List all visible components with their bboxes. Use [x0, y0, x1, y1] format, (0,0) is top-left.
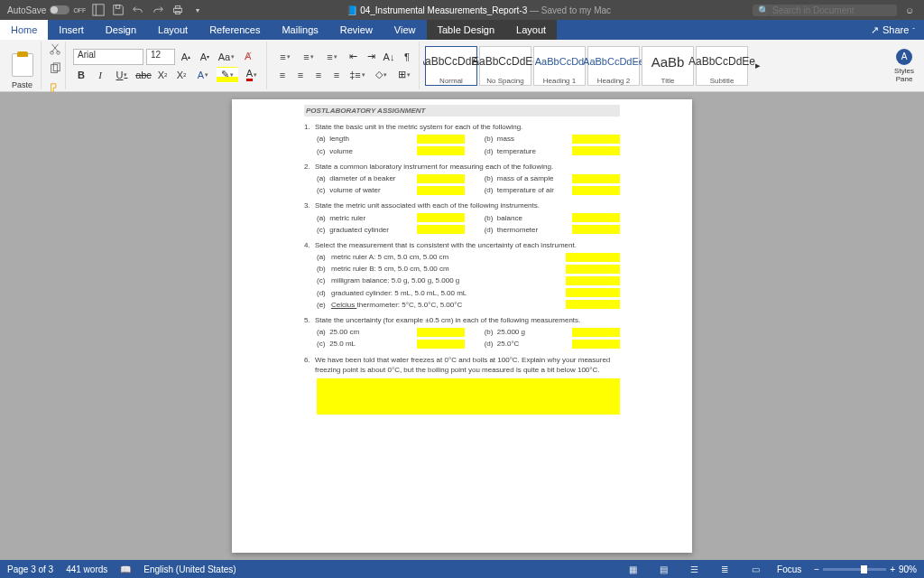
autosave-toggle[interactable]: AutoSave OFF [7, 5, 86, 15]
draft-icon[interactable]: ▭ [746, 563, 764, 575]
print-icon[interactable] [171, 3, 185, 17]
language-indicator[interactable]: English (United States) [143, 564, 236, 574]
cut-icon[interactable] [49, 42, 61, 57]
undo-icon[interactable] [131, 3, 145, 17]
tab-table-design[interactable]: Table Design [427, 20, 506, 40]
zoom-out-icon[interactable]: − [814, 564, 819, 574]
underline-button[interactable]: U [111, 67, 133, 83]
superscript-button[interactable]: X2 [173, 67, 189, 83]
numbering-button[interactable]: ≡ [298, 49, 319, 65]
save-icon[interactable] [111, 3, 125, 17]
spellcheck-icon[interactable]: 📖 [120, 564, 131, 574]
svg-rect-0 [93, 5, 104, 15]
qat-more-icon[interactable]: ▾ [190, 3, 205, 17]
focus-button[interactable]: Focus [777, 564, 801, 574]
tab-table-layout[interactable]: Layout [505, 20, 557, 40]
highlight-blank [417, 146, 465, 155]
align-left-button[interactable]: ≡ [274, 67, 291, 83]
redo-icon[interactable] [151, 3, 165, 17]
style-heading1[interactable]: AaBbCcDdHeading 1 [533, 46, 586, 86]
search-icon: 🔍 [758, 5, 769, 15]
ribbon: Paste Arial 12 A▴ A▾ Aa A̸ B I U abc X2 … [0, 40, 924, 92]
strike-button[interactable]: abc [135, 67, 152, 83]
show-marks-button[interactable]: ¶ [399, 49, 415, 65]
sort-button[interactable]: A↓ [381, 49, 397, 65]
zoom-control[interactable]: − + 90% [814, 564, 917, 574]
tab-references[interactable]: References [199, 20, 271, 40]
bold-button[interactable]: B [73, 67, 89, 83]
copy-icon[interactable] [49, 62, 61, 77]
styles-pane-button[interactable]: A Styles Pane [888, 42, 920, 89]
align-right-button[interactable]: ≡ [310, 67, 327, 83]
font-color-button[interactable]: A [241, 67, 263, 83]
tab-home[interactable]: Home [0, 20, 48, 40]
style-no-spacing[interactable]: AaBbCcDdEeNo Spacing [479, 46, 531, 86]
share-button[interactable]: ↗Share ˇ [862, 24, 924, 36]
page-indicator[interactable]: Page 3 of 3 [7, 564, 53, 574]
multilevel-button[interactable]: ≡ [321, 49, 343, 65]
change-case-button[interactable]: Aa [216, 49, 237, 65]
question-1: 1.State the basic unit in the metric sys… [304, 122, 620, 156]
justify-button[interactable]: ≡ [328, 67, 345, 83]
shrink-font-button[interactable]: A▾ [197, 49, 213, 65]
svg-rect-4 [176, 6, 180, 9]
align-center-button[interactable]: ≡ [292, 67, 309, 83]
web-layout-icon[interactable]: ☰ [685, 563, 703, 575]
print-layout-icon[interactable]: ▤ [654, 563, 672, 575]
question-5: 5.State the uncertainty (for example ±0.… [304, 315, 620, 350]
outline-icon[interactable]: ≣ [716, 563, 734, 575]
page[interactable]: POSTLABORATORY ASSIGNMENT 1.State the ba… [232, 99, 692, 553]
style-normal[interactable]: AaBbCcDdEeNormal [425, 46, 477, 86]
style-subtitle[interactable]: AaBbCcDdEeSubtitle [696, 46, 748, 86]
title-bar: AutoSave OFF ▾ 📘 04_Instrumental Measure… [0, 0, 924, 20]
paste-icon[interactable] [12, 53, 33, 77]
clipboard-group: Paste [4, 42, 42, 89]
tab-layout[interactable]: Layout [147, 20, 199, 40]
cut-copy-group [45, 42, 66, 89]
question-6: 6.We have been told that water freezes a… [304, 355, 620, 415]
increase-indent-button[interactable]: ⇥ [363, 49, 379, 65]
font-size-select[interactable]: 12 [146, 49, 175, 65]
status-bar: Page 3 of 3 441 words 📖 English (United … [0, 560, 924, 578]
zoom-value[interactable]: 90% [899, 564, 917, 574]
word-count[interactable]: 441 words [66, 564, 107, 574]
grow-font-button[interactable]: A▴ [178, 49, 194, 65]
share-icon: ↗ [871, 24, 879, 36]
question-3: 3.State the metric unit associated with … [304, 200, 620, 235]
subscript-button[interactable]: X2 [154, 67, 171, 83]
text-effects-button[interactable]: A [192, 67, 214, 83]
clear-format-button[interactable]: A̸ [240, 49, 256, 65]
style-title[interactable]: AaBbTitle [642, 46, 694, 86]
styles-more-icon[interactable]: ▸ [750, 58, 766, 74]
smiley-feedback-icon[interactable]: ☺ [902, 3, 917, 17]
document-area[interactable]: POSTLABORATORY ASSIGNMENT 1.State the ba… [0, 92, 924, 560]
section-heading: POSTLABORATORY ASSIGNMENT [304, 105, 620, 117]
highlight-button[interactable]: ✎ [217, 67, 238, 83]
tab-insert[interactable]: Insert [48, 20, 95, 40]
tab-design[interactable]: Design [95, 20, 147, 40]
question-2: 2.State a common laboratory instrument f… [304, 162, 620, 196]
highlight-blank [572, 135, 620, 144]
zoom-slider[interactable] [823, 568, 886, 571]
decrease-indent-button[interactable]: ⇤ [345, 49, 361, 65]
shading-button[interactable]: ◇ [370, 67, 392, 83]
borders-button[interactable]: ⊞ [393, 67, 415, 83]
style-heading2[interactable]: AaBbCcDdEeHeading 2 [587, 46, 640, 86]
font-group: Arial 12 A▴ A▾ Aa A̸ B I U abc X2 X2 A ✎… [69, 42, 267, 89]
tab-view[interactable]: View [383, 20, 427, 40]
line-spacing-button[interactable]: ‡≡ [346, 67, 368, 83]
tab-review[interactable]: Review [329, 20, 383, 40]
italic-button[interactable]: I [92, 67, 108, 83]
bullets-button[interactable]: ≡ [274, 49, 296, 65]
search-input[interactable] [772, 5, 881, 15]
font-name-select[interactable]: Arial [73, 49, 143, 65]
tab-mailings[interactable]: Mailings [271, 20, 328, 40]
zoom-in-icon[interactable]: + [890, 564, 895, 574]
styles-pane-icon: A [896, 49, 912, 65]
layout-icon[interactable] [91, 3, 106, 17]
read-mode-icon[interactable]: ▦ [624, 563, 642, 575]
styles-gallery[interactable]: AaBbCcDdEeNormal AaBbCcDdEeNo Spacing Aa… [423, 42, 884, 89]
search-box[interactable]: 🔍 [753, 5, 897, 16]
highlight-blank [572, 146, 620, 155]
paragraph-group: ≡ ≡ ≡ ⇤ ⇥ A↓ ¶ ≡ ≡ ≡ ≡ ‡≡ ◇ ⊞ [271, 42, 420, 89]
